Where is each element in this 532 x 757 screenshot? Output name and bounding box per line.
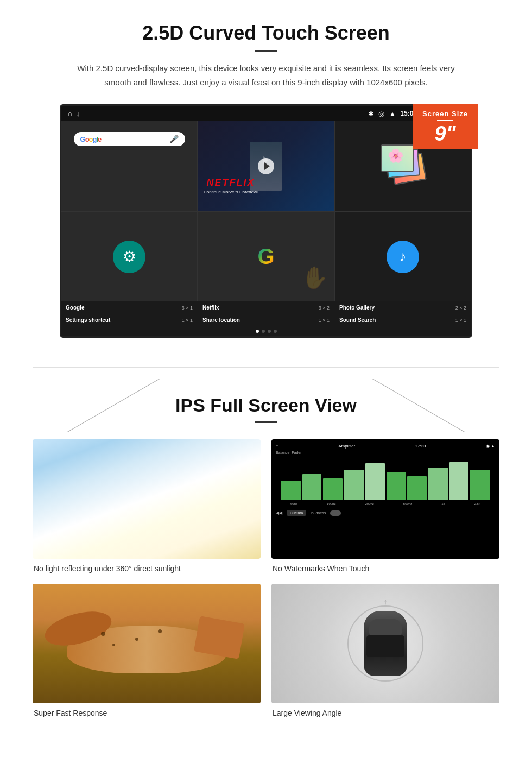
app-size-settings: 1 × 1 bbox=[182, 318, 193, 323]
play-icon bbox=[264, 162, 270, 170]
amp-status-icons: ◉ ▲ bbox=[486, 444, 495, 449]
dot-4 bbox=[274, 330, 277, 333]
app-name-settings: Settings shortcut bbox=[66, 317, 110, 323]
screen-size-badge: Screen Size 9" bbox=[413, 104, 478, 149]
section-divider bbox=[33, 367, 499, 368]
maps-icon: G bbox=[257, 244, 274, 269]
car-windshield bbox=[369, 619, 402, 635]
amp-time: 17:33 bbox=[415, 444, 426, 449]
share-location-cell[interactable]: G ✋ bbox=[198, 212, 334, 301]
feature-car: ↑ Large Viewing Angle bbox=[271, 584, 499, 717]
app-label-settings: Settings shortcut 1 × 1 bbox=[61, 316, 197, 324]
play-button[interactable] bbox=[258, 158, 274, 174]
wifi-icon: ▲ bbox=[389, 110, 396, 118]
amp-title-text: Amplifier bbox=[338, 444, 355, 449]
badge-label: Screen Size bbox=[422, 110, 468, 118]
flower-emoji: 🌸 bbox=[388, 148, 404, 163]
app-label-sound: Sound Search 1 × 1 bbox=[335, 316, 471, 324]
amplifier-image: ⌂ Amplifier 17:33 ◉ ▲ Balance Fader bbox=[271, 439, 499, 559]
title-divider-1 bbox=[255, 50, 277, 52]
amp-balance-label: Balance bbox=[276, 451, 289, 455]
amplifier-caption: No Watermarks When Touch bbox=[271, 564, 499, 573]
app-size-share: 1 × 1 bbox=[319, 318, 330, 323]
section2-title: IPS Full Screen View bbox=[33, 395, 499, 416]
music-note-icon: ♪ bbox=[400, 248, 407, 265]
app-name-share: Share location bbox=[202, 317, 240, 323]
app-grid: Google 🎤 NETFL bbox=[61, 121, 471, 301]
eq-label-500hz: 500hz bbox=[403, 502, 412, 506]
badge-divider bbox=[437, 120, 453, 121]
settings-app-cell[interactable]: ⚙ bbox=[61, 212, 197, 301]
device-mockup: Screen Size 9" ⌂ ↓ ✱ ◎ ▲ 15:06 📷 🔊 ✕ bbox=[60, 104, 472, 338]
app-name-gallery: Photo Gallery bbox=[339, 305, 375, 311]
app-size-google: 3 × 1 bbox=[182, 305, 193, 311]
title-divider-2 bbox=[255, 421, 277, 423]
app-size-gallery: 2 × 2 bbox=[455, 305, 466, 311]
app-size-sound: 1 × 1 bbox=[455, 318, 466, 323]
eq-bar-2 bbox=[302, 474, 322, 500]
section-ips-screen: IPS Full Screen View No light reflecting… bbox=[0, 379, 532, 739]
gallery-stack: 🌸 bbox=[381, 144, 425, 188]
indicator-dots bbox=[61, 326, 471, 336]
amp-custom-button[interactable]: Custom bbox=[287, 510, 306, 516]
settings-gear-icon: ⚙ bbox=[123, 248, 136, 266]
eq-bar-1 bbox=[281, 481, 301, 500]
feature-sunlight: No light reflecting under 360° direct su… bbox=[33, 439, 261, 573]
app-label-netflix: Netflix 3 × 2 bbox=[198, 304, 334, 312]
app-label-gallery: Photo Gallery 2 × 2 bbox=[335, 304, 471, 312]
google-app-cell[interactable]: Google 🎤 bbox=[61, 121, 197, 211]
app-name-sound: Sound Search bbox=[339, 317, 376, 323]
section1-description: With 2.5D curved-display screen, this de… bbox=[76, 61, 456, 89]
app-labels-row-2: Settings shortcut 1 × 1 Share location 1… bbox=[61, 314, 471, 326]
sunlight-bg bbox=[33, 439, 261, 559]
google-search-bar[interactable]: Google 🎤 bbox=[74, 132, 185, 146]
feature-grid: No light reflecting under 360° direct su… bbox=[33, 439, 499, 717]
car-direction-indicator: ↑ bbox=[384, 597, 388, 606]
eq-bar-7 bbox=[407, 476, 427, 500]
eq-label-1k: 1k bbox=[441, 502, 445, 506]
eq-bar-5 bbox=[365, 463, 385, 500]
sunlight-caption: No light reflecting under 360° direct su… bbox=[33, 564, 261, 573]
google-logo: Google bbox=[80, 135, 102, 143]
cheetah-bg bbox=[33, 584, 261, 703]
eq-bar-10 bbox=[470, 470, 490, 500]
cheetah-caption: Super Fast Response bbox=[33, 709, 261, 717]
gallery-photo-front: 🌸 bbox=[381, 144, 414, 172]
car-top-view: ↑ bbox=[271, 584, 499, 703]
amp-loudness-toggle[interactable] bbox=[330, 510, 341, 516]
netflix-app-cell[interactable]: NETFLIX Continue Marvel's Daredevil bbox=[198, 121, 334, 211]
car-circle: ↑ bbox=[347, 605, 423, 682]
android-screen: ⌂ ↓ ✱ ◎ ▲ 15:06 📷 🔊 ✕ ▭ bbox=[60, 104, 472, 338]
amp-status-bar: ⌂ Amplifier 17:33 ◉ ▲ bbox=[276, 444, 495, 449]
netflix-logo-overlay: NETFLIX Continue Marvel's Daredevil bbox=[204, 177, 258, 194]
feature-amplifier: ⌂ Amplifier 17:33 ◉ ▲ Balance Fader bbox=[271, 439, 499, 573]
sunlight-image bbox=[33, 439, 261, 559]
app-name-netflix: Netflix bbox=[202, 305, 219, 311]
dot-1 bbox=[256, 330, 259, 333]
equalizer-labels: 60hz 100hz 200hz 500hz 1k 2.5k bbox=[276, 502, 495, 506]
eq-label-2k5: 2.5k bbox=[474, 502, 480, 506]
amp-bottom-controls: ◀◀ Custom loudness bbox=[276, 510, 495, 516]
eq-bar-3 bbox=[323, 478, 343, 500]
settings-icon-background: ⚙ bbox=[113, 241, 145, 273]
amp-loudness-label: loudness bbox=[311, 511, 326, 515]
dot-2 bbox=[262, 330, 265, 333]
netflix-subtitle: Continue Marvel's Daredevil bbox=[204, 190, 258, 194]
location-icon: ◎ bbox=[378, 110, 384, 118]
amplifier-screen: ⌂ Amplifier 17:33 ◉ ▲ Balance Fader bbox=[271, 439, 499, 559]
car-body: ↑ bbox=[364, 611, 407, 676]
usb-icon: ↓ bbox=[77, 110, 80, 118]
sound-search-cell[interactable]: ♪ bbox=[335, 212, 471, 301]
eq-label-200hz: 200hz bbox=[365, 502, 373, 506]
equalizer-bars bbox=[276, 457, 495, 500]
home-icon: ⌂ bbox=[68, 110, 72, 118]
app-name-google: Google bbox=[66, 305, 84, 311]
eq-bar-9 bbox=[449, 462, 469, 500]
status-bar-left: ⌂ ↓ bbox=[68, 110, 80, 118]
car-roof bbox=[366, 635, 404, 657]
amp-back-icon: ◀◀ bbox=[276, 510, 282, 515]
amp-home-icon: ⌂ bbox=[276, 444, 278, 449]
section-curved-screen: 2.5D Curved Touch Screen With 2.5D curve… bbox=[0, 0, 532, 356]
dot-3 bbox=[268, 330, 271, 333]
section1-title: 2.5D Curved Touch Screen bbox=[33, 22, 499, 45]
